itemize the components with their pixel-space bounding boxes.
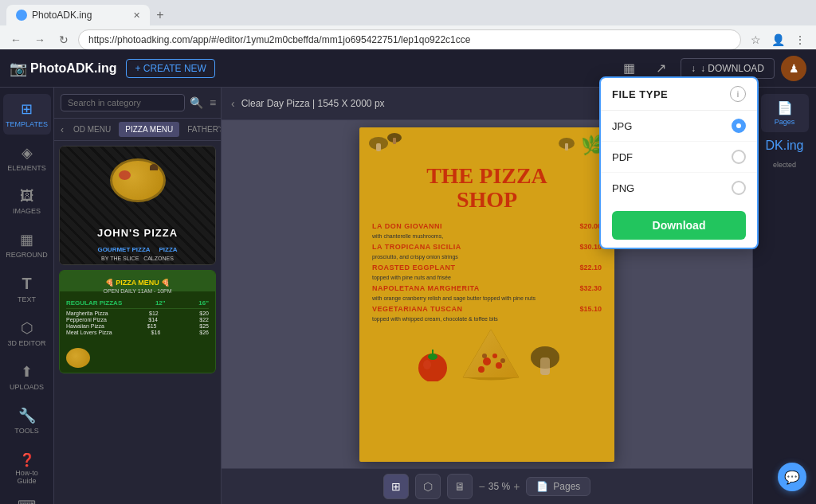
svg-point-9: [423, 360, 431, 369]
zoom-percent-label: 35 %: [488, 481, 510, 492]
mushroom-bottom-icon: [529, 342, 561, 381]
menu-icon[interactable]: ⋮: [790, 30, 810, 49]
menu-item-name-3: ROASTED EGGPLANT: [372, 264, 456, 272]
search-button[interactable]: 🔍: [188, 95, 205, 111]
template-card-pizza-menu-green[interactable]: 🍕 PIZZA MENU 🍕 OPEN DAILY 11AM - 10PM RE…: [59, 270, 216, 373]
zoom-out-button[interactable]: −: [479, 480, 485, 493]
download-confirm-button[interactable]: Download: [612, 211, 746, 240]
tab-fathers[interactable]: FATHER'S: [181, 122, 221, 137]
menu-item-desc-4: with orange cranberry relish and sage bu…: [372, 295, 602, 301]
templates-icon: ⊞: [21, 100, 33, 118]
sidebar-item-text[interactable]: T TEXT: [3, 268, 51, 310]
pizza-slice-icon: [459, 326, 523, 381]
sidebar-item-templates[interactable]: ⊞ TEMPLATES: [3, 94, 51, 135]
refresh-button[interactable]: ↻: [54, 30, 73, 49]
new-tab-button[interactable]: +: [150, 5, 171, 25]
shortcut-keys-button[interactable]: ⌨ Shortcut Keys: [3, 493, 51, 504]
menu-item-name-1: LA DON GIOVANNI: [372, 222, 442, 230]
pages-button[interactable]: 📄 Pages: [526, 477, 590, 496]
panel-search: 🔍 ≡: [54, 88, 221, 119]
address-bar[interactable]: https://photoadking.com/app/#/editor/1ym…: [78, 29, 741, 50]
svg-point-18: [531, 346, 559, 369]
svg-rect-3: [393, 138, 396, 144]
zoom-in-button[interactable]: +: [513, 480, 520, 493]
option-png[interactable]: PNG: [601, 173, 757, 203]
dk-icon: DK.ing: [765, 139, 803, 152]
jpg-label: JPG: [612, 120, 632, 132]
sidebar-item-uploads[interactable]: ⬆ UPLOADS: [3, 357, 51, 397]
pdf-label: PDF: [612, 151, 633, 163]
pages-panel-button[interactable]: 📄 Pages: [761, 94, 809, 132]
pizza-title-line1: THE PIZZA: [372, 164, 602, 189]
svg-point-10: [483, 357, 491, 365]
png-radio[interactable]: [732, 181, 746, 195]
pizza-design-header: THE PIZZA SHOP: [372, 164, 602, 213]
panel-content: JOHN'S PIZZA GOURMET PIZZA PIZZA BY THE …: [54, 141, 221, 504]
menu-item-name-2: LA TROPICANA SICILIA: [372, 243, 461, 251]
how-to-guide-button[interactable]: ❓ How-to Guide: [3, 447, 51, 490]
tomato-icon: [413, 346, 453, 381]
selected-text: elected: [770, 159, 799, 170]
svg-rect-5: [565, 143, 568, 150]
tab-od-menu[interactable]: OD MENU: [67, 122, 117, 137]
images-label: IMAGES: [13, 207, 41, 215]
logo-icon: 📷: [10, 60, 27, 77]
chat-bubble-button[interactable]: 💬: [778, 463, 806, 491]
selected-label: DK.ing: [762, 135, 806, 156]
sidebar-item-background[interactable]: ▦ REGROUND: [3, 225, 51, 265]
grid-view-button[interactable]: ⊞: [383, 474, 409, 499]
tab-pizza-menu[interactable]: PIZZA MENU: [119, 122, 179, 137]
sidebar-bottom: ❓ How-to Guide ⌨ Shortcut Keys: [3, 447, 51, 504]
sidebar-item-tools[interactable]: 🔧 TOOLS: [3, 400, 51, 441]
sidebar-item-images[interactable]: 🖼 IMAGES: [3, 182, 51, 221]
canvas-back-button[interactable]: ‹: [231, 97, 235, 110]
text-icon: T: [22, 275, 31, 293]
sidebar-item-elements[interactable]: ◈ ELEMENTS: [3, 138, 51, 178]
back-button[interactable]: ←: [6, 30, 26, 49]
pdf-radio[interactable]: [732, 150, 746, 164]
active-tab[interactable]: PhotoADK.ing ✕: [6, 5, 150, 25]
avatar-button[interactable]: ♟: [781, 56, 806, 81]
menu-item-desc-5: topped with whipped cream, chocolate & t…: [372, 316, 602, 322]
pizza-design-canvas[interactable]: 🌿 THE PIZZA SHOP LA DON: [359, 127, 614, 462]
tab-favicon: [16, 10, 27, 21]
3d-editor-label: 3D EDITOR: [8, 339, 46, 347]
info-button[interactable]: i: [730, 86, 746, 102]
profile-icon[interactable]: 👤: [768, 30, 787, 49]
menu-item-name-4: NAPOLETANA MARGHERITA: [372, 284, 480, 292]
list-view-button[interactable]: ≡: [208, 95, 218, 111]
canvas-bottombar: ⊞ ⬡ 🖥 − 35 % + 📄 Pages: [222, 468, 752, 504]
menu-item-row-4: NAPOLETANA MARGHERITA $32.30: [372, 284, 602, 292]
svg-point-13: [492, 354, 497, 358]
svg-point-15: [500, 358, 505, 363]
download-dropdown: FILE TYPE i JPG PDF PNG Download: [599, 76, 759, 249]
elements-label: ELEMENTS: [7, 164, 46, 172]
menu-item-desc-1: with chanterelle mushrooms,: [372, 233, 602, 239]
option-jpg[interactable]: JPG: [601, 111, 757, 142]
option-pdf[interactable]: PDF: [601, 142, 757, 173]
search-input[interactable]: [61, 94, 185, 111]
menu-item-desc-2: prosciutto, and crispy onion strings: [372, 254, 602, 260]
share-icon: ↗: [656, 61, 666, 76]
download-button[interactable]: ↓ ↓ DOWNLOAD: [681, 58, 775, 79]
forward-button[interactable]: →: [30, 30, 49, 49]
panel-tabs: ‹ OD MENU PIZZA MENU FATHER'S › ⛶: [54, 119, 221, 141]
shape-tool-button[interactable]: ⬡: [415, 474, 441, 499]
tools-icon: 🔧: [18, 407, 36, 424]
svg-point-11: [496, 362, 502, 369]
tabs-prev-button[interactable]: ‹: [59, 123, 65, 137]
jpg-radio[interactable]: [732, 119, 746, 133]
templates-panel: 🔍 ≡ ‹ OD MENU PIZZA MENU FATHER'S › ⛶: [54, 88, 222, 504]
monitor-view-button[interactable]: 🖥: [447, 474, 473, 499]
menu-item-row-3: ROASTED EGGPLANT $22.10: [372, 264, 602, 272]
tab-close-button[interactable]: ✕: [133, 10, 140, 21]
svg-rect-1: [376, 143, 381, 151]
bookmark-icon[interactable]: ☆: [746, 30, 765, 49]
png-label: PNG: [612, 182, 634, 194]
template-card-johns-pizza[interactable]: JOHN'S PIZZA GOURMET PIZZA PIZZA BY THE …: [59, 146, 216, 265]
sidebar-item-3d-editor[interactable]: ⬡ 3D EDITOR: [3, 313, 51, 354]
download-arrow-icon: ↓: [691, 63, 696, 74]
text-label: TEXT: [18, 295, 36, 303]
pages-panel-label: Pages: [775, 118, 795, 126]
create-new-button[interactable]: + CREATE NEW: [126, 59, 214, 78]
